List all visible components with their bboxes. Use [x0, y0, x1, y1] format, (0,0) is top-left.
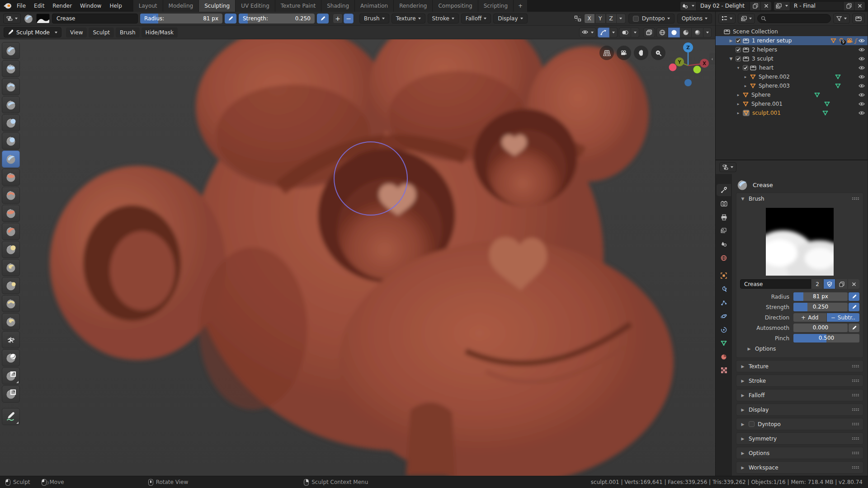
strength-slider[interactable]: Strength: 0.250	[239, 14, 315, 23]
menu-render[interactable]: Render	[48, 1, 76, 10]
camera-view-button[interactable]	[617, 46, 631, 60]
scene-delete-button[interactable]	[761, 1, 772, 11]
outliner-row-helpers[interactable]: 2 helpers	[716, 45, 868, 54]
eye-icon[interactable]	[859, 47, 865, 52]
viewlayer-new-button[interactable]	[844, 1, 854, 11]
tab-render[interactable]	[717, 197, 731, 210]
symmetry-more-dropdown[interactable]	[617, 14, 626, 23]
outliner-display-mode-button[interactable]	[738, 14, 755, 23]
viewlayer-name-field[interactable]: R - Final	[790, 1, 844, 11]
tab-layout[interactable]: Layout	[133, 0, 163, 12]
tool-mask[interactable]	[2, 349, 20, 366]
outliner-row-sculpt-collection[interactable]: ▼ 3 sculpt	[716, 54, 868, 63]
outliner-row-scene-collection[interactable]: Scene Collection	[716, 27, 868, 36]
unlink-brush-button[interactable]	[848, 279, 859, 289]
viewport-3d[interactable]: Z Y X ‹	[0, 39, 715, 476]
outliner-row-sphere[interactable]: ▸ Sphere	[716, 90, 868, 99]
eye-icon[interactable]	[859, 93, 865, 97]
blender-logo-icon[interactable]	[3, 2, 13, 10]
brush-name-input[interactable]: Crease	[740, 279, 811, 289]
shading-wireframe-button[interactable]	[656, 28, 668, 38]
tool-snake-hook[interactable]	[2, 259, 20, 276]
tab-object[interactable]	[717, 269, 731, 282]
tool-clay[interactable]	[2, 60, 20, 77]
tool-clay-strips[interactable]	[2, 78, 20, 95]
checkbox-icon[interactable]	[743, 65, 748, 70]
tool-flatten[interactable]	[2, 187, 20, 204]
radius-field[interactable]: 81 px	[793, 292, 848, 301]
gizmo-z-neg[interactable]	[684, 79, 692, 86]
object-visibility-dropdown[interactable]	[579, 28, 596, 38]
autosmooth-pressure-button[interactable]	[849, 324, 859, 332]
menu-window[interactable]: Window	[76, 1, 105, 10]
shading-rendered-button[interactable]	[692, 28, 703, 38]
strength-field[interactable]: 0.250	[793, 303, 848, 311]
radius-pressure-button[interactable]	[225, 14, 236, 23]
tool-nudge[interactable]	[2, 295, 20, 312]
tool-inflate[interactable]	[2, 114, 20, 131]
eye-icon[interactable]	[859, 102, 865, 106]
tool-grab[interactable]	[2, 241, 20, 258]
tool-annotate[interactable]	[2, 408, 20, 425]
tool-thumb[interactable]	[2, 277, 20, 294]
viewlayer-browse-button[interactable]	[774, 1, 790, 11]
mode-selector[interactable]: Sculpt Mode	[4, 27, 61, 38]
xray-toggle[interactable]	[643, 28, 655, 38]
outliner-row-sphere-002[interactable]: ▸ Sphere.002	[716, 72, 868, 81]
tool-draw[interactable]	[2, 42, 20, 59]
eye-icon[interactable]	[859, 75, 865, 79]
perspective-toggle-button[interactable]	[599, 46, 614, 60]
outliner-row-sphere-001[interactable]: ▸ Sphere.001	[716, 99, 868, 108]
eye-icon[interactable]	[859, 111, 865, 115]
falloff-panel-header[interactable]: ▶Falloff	[736, 389, 863, 401]
outliner-row-sphere-003[interactable]: ▸ Sphere.003	[716, 81, 868, 90]
menu-brush[interactable]: Brush	[116, 28, 140, 38]
tab-world[interactable]	[717, 252, 731, 264]
brush-datablock-button[interactable]	[36, 14, 50, 23]
tab-compositing[interactable]: Compositing	[433, 0, 478, 12]
eye-icon[interactable]	[859, 38, 865, 43]
tab-material[interactable]	[717, 351, 731, 363]
workspace-panel-header[interactable]: ▶Workspace	[736, 462, 863, 473]
tool-box-mask[interactable]	[2, 385, 20, 403]
viewlayer-delete-button[interactable]	[854, 1, 865, 11]
tool-blob[interactable]	[2, 132, 20, 150]
add-workspace-button[interactable]: +	[514, 0, 528, 12]
falloff-dropdown[interactable]: Falloff	[461, 14, 491, 23]
pan-view-button[interactable]	[634, 46, 648, 60]
shading-material-button[interactable]	[680, 28, 692, 38]
menu-help[interactable]: Help	[105, 1, 126, 10]
properties-editor-type-button[interactable]	[719, 162, 736, 172]
dyntopo-panel-checkbox[interactable]	[749, 421, 755, 427]
overlays-toggle[interactable]	[619, 28, 631, 38]
options-panel-header[interactable]: ▶Options	[736, 447, 863, 459]
tool-scrape[interactable]	[2, 205, 20, 222]
radius-pressure-button[interactable]	[849, 292, 859, 301]
tab-tool[interactable]	[717, 184, 731, 196]
radius-slider[interactable]: Radius: 81 px	[140, 14, 222, 23]
active-brush-icon[interactable]	[23, 13, 34, 24]
brush-users-count[interactable]: 2	[812, 279, 823, 289]
outliner-search-input[interactable]	[757, 14, 831, 23]
dyntopo-checkbox[interactable]	[633, 16, 639, 22]
eye-icon[interactable]	[859, 56, 865, 61]
new-collection-button[interactable]	[852, 14, 865, 23]
shading-dropdown[interactable]	[703, 28, 712, 38]
texture-dropdown[interactable]: Texture	[392, 14, 425, 23]
tab-physics[interactable]	[717, 310, 731, 322]
menu-sculpt[interactable]: Sculpt	[89, 28, 113, 38]
tab-object-data[interactable]	[717, 337, 731, 349]
sidebar-collapse-arrow[interactable]: ‹	[709, 53, 715, 65]
shading-solid-button[interactable]	[668, 28, 680, 38]
texture-panel-header[interactable]: ▶Texture	[736, 361, 863, 372]
outliner-row-heart[interactable]: ▾ heart	[716, 63, 868, 72]
gizmos-dropdown[interactable]	[609, 28, 618, 38]
duplicate-brush-button[interactable]	[836, 279, 847, 289]
brush-preview-image[interactable]	[766, 208, 834, 276]
outliner-row-render-setup[interactable]: ▶ 1 render setup 9 ʃ	[716, 36, 868, 45]
display-dropdown[interactable]: Display	[493, 14, 527, 23]
editor-type-button[interactable]	[3, 14, 21, 23]
strength-pressure-button[interactable]	[317, 14, 329, 23]
brush-panel-header[interactable]: ▼Brush	[736, 193, 863, 204]
tab-animation[interactable]: Animation	[355, 0, 394, 12]
